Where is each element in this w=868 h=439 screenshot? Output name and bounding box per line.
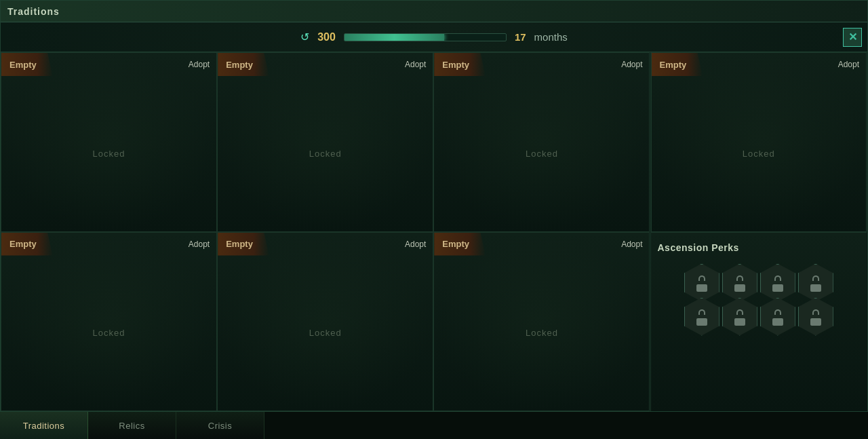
card-5-adopt-btn[interactable]: Adopt xyxy=(189,240,210,249)
card-4-title-area: Empty xyxy=(652,53,703,76)
card-6-title-area: Empty xyxy=(218,233,269,256)
card-2-adopt-area: Adopt xyxy=(405,53,426,76)
card-2-adopt-btn[interactable]: Adopt xyxy=(405,60,426,69)
hex-row-2 xyxy=(684,298,833,336)
ascension-slot-7[interactable] xyxy=(760,298,795,336)
ascension-slot-2[interactable] xyxy=(722,264,757,302)
hex-row-1 xyxy=(684,264,833,302)
card-3-content: Locked xyxy=(434,76,649,231)
card-2-header: Empty Adopt xyxy=(218,53,433,76)
header-bar: ↺ 300 17 months ✕ xyxy=(1,22,867,52)
card-5-title-area: Empty xyxy=(1,233,53,256)
months-value: 17 xyxy=(515,31,526,43)
card-3-title: Empty xyxy=(442,60,469,70)
tab-relics-label: Relics xyxy=(119,421,144,431)
tradition-card-1: Empty Adopt Locked xyxy=(1,52,217,232)
card-3-title-area: Empty xyxy=(434,53,486,76)
right-panel: Empty Adopt Locked Ascension Perks xyxy=(650,52,867,411)
card-4-content: Locked xyxy=(652,76,867,231)
card-1-title: Empty xyxy=(9,60,37,70)
lock-icon-2 xyxy=(732,274,747,292)
progress-bar xyxy=(344,33,507,41)
card-1-adopt-btn[interactable]: Adopt xyxy=(189,60,210,69)
card-5-content: Locked xyxy=(1,256,216,411)
panel-title: Traditions xyxy=(7,6,60,17)
lock-icon-6 xyxy=(732,308,747,326)
card-6-adopt-area: Adopt xyxy=(405,233,426,256)
card-2-title: Empty xyxy=(226,60,253,70)
ascension-slot-3[interactable] xyxy=(760,264,795,302)
card-7-content: Locked xyxy=(434,256,649,411)
lock-icon-4 xyxy=(808,274,823,292)
ascension-panel: Ascension Perks xyxy=(651,232,867,412)
card-3-adopt-btn[interactable]: Adopt xyxy=(621,60,642,69)
card-4-header: Empty Adopt xyxy=(652,53,867,76)
card-1-adopt-area: Adopt xyxy=(189,53,210,76)
lock-icon-8 xyxy=(808,308,823,326)
card-6-locked: Locked xyxy=(309,328,342,338)
tradition-card-2: Empty Adopt Locked xyxy=(217,52,433,232)
card-2-title-area: Empty xyxy=(218,53,269,76)
ascension-slot-8[interactable] xyxy=(798,298,833,336)
lock-icon-7 xyxy=(770,308,785,326)
content-area: Empty Adopt Locked Empty Adopt xyxy=(1,52,867,411)
tab-crisis[interactable]: Crisis xyxy=(176,412,264,439)
card-4-adopt-area: Adopt xyxy=(838,53,859,76)
tab-relics[interactable]: Relics xyxy=(88,412,176,439)
card-5-locked: Locked xyxy=(93,328,125,338)
card-7-adopt-btn[interactable]: Adopt xyxy=(621,240,642,249)
tradition-card-3: Empty Adopt Locked xyxy=(433,52,650,232)
ascension-hex-grid xyxy=(658,264,861,336)
card-7-header: Empty Adopt xyxy=(434,233,649,256)
tradition-card-4: Empty Adopt Locked xyxy=(651,52,867,232)
tradition-card-7: Empty Adopt Locked xyxy=(433,232,650,412)
card-5-title: Empty xyxy=(9,239,37,249)
card-5-header: Empty Adopt xyxy=(1,233,216,256)
lock-icon-3 xyxy=(770,274,785,292)
months-label: months xyxy=(534,31,568,43)
card-4-title: Empty xyxy=(660,60,687,70)
unity-icon: ↺ xyxy=(300,31,309,43)
card-1-title-area: Empty xyxy=(1,53,53,76)
tab-crisis-label: Crisis xyxy=(208,421,233,431)
lock-icon-5 xyxy=(694,308,709,326)
card-3-adopt-area: Adopt xyxy=(621,53,642,76)
tab-traditions[interactable]: Traditions xyxy=(0,412,88,439)
close-button[interactable]: ✕ xyxy=(843,28,862,47)
ascension-slot-4[interactable] xyxy=(798,264,833,302)
tradition-card-6: Empty Adopt Locked xyxy=(217,232,433,412)
card-7-locked: Locked xyxy=(526,328,558,338)
lock-icon-1 xyxy=(694,274,709,292)
card-1-locked: Locked xyxy=(93,149,125,159)
card-3-header: Empty Adopt xyxy=(434,53,649,76)
ascension-slot-1[interactable] xyxy=(684,264,719,302)
card-6-content: Locked xyxy=(218,256,433,411)
progress-bar-fill xyxy=(344,34,445,41)
card-6-adopt-btn[interactable]: Adopt xyxy=(405,240,426,249)
card-2-content: Locked xyxy=(218,76,433,231)
card-3-locked: Locked xyxy=(526,149,558,159)
card-6-title: Empty xyxy=(226,239,253,249)
card-7-title-area: Empty xyxy=(434,233,486,256)
card-6-header: Empty Adopt xyxy=(218,233,433,256)
title-bar: Traditions xyxy=(1,1,867,22)
tradition-card-5: Empty Adopt Locked xyxy=(1,232,217,412)
card-7-adopt-area: Adopt xyxy=(621,233,642,256)
card-5-adopt-area: Adopt xyxy=(189,233,210,256)
main-panel: Traditions ↺ 300 17 months ✕ Empty Adopt xyxy=(0,0,868,412)
card-7-title: Empty xyxy=(442,239,469,249)
card-4-adopt-btn[interactable]: Adopt xyxy=(838,60,859,69)
card-2-locked: Locked xyxy=(309,149,342,159)
card-4-locked: Locked xyxy=(743,149,775,159)
traditions-grid: Empty Adopt Locked Empty Adopt xyxy=(1,52,650,411)
ascension-slot-6[interactable] xyxy=(722,298,757,336)
card-1-content: Locked xyxy=(1,76,216,231)
card-1-header: Empty Adopt xyxy=(1,53,216,76)
ascension-title: Ascension Perks xyxy=(658,240,861,256)
ascension-slot-5[interactable] xyxy=(684,298,719,336)
tab-traditions-label: Traditions xyxy=(23,421,65,431)
unity-value: 300 xyxy=(317,31,336,43)
bottom-tabs: Traditions Relics Crisis xyxy=(0,412,868,439)
